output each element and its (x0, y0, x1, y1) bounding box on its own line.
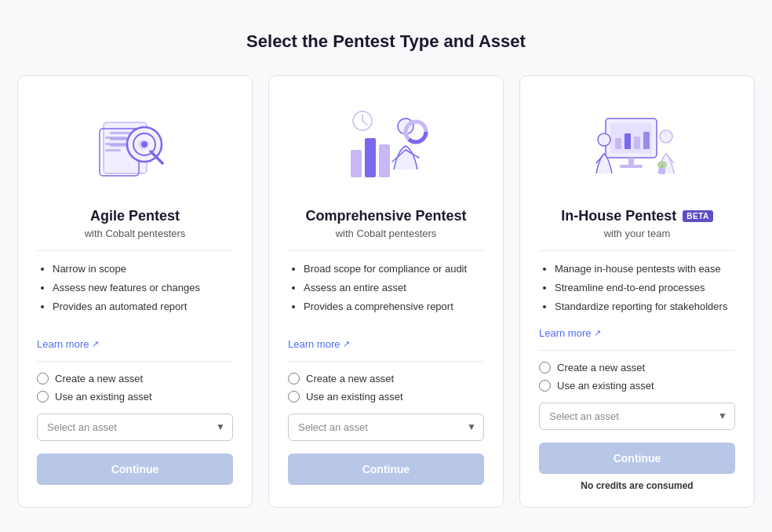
agile-radio-new-input[interactable] (37, 373, 49, 384)
agile-select-wrapper: Select an asset ▼ (37, 414, 233, 441)
comprehensive-subtitle: with Cobalt pentesters (288, 228, 484, 239)
svg-rect-28 (628, 158, 634, 166)
inhouse-radio-existing[interactable]: Use an existing asset (539, 380, 735, 392)
agile-features: Narrow in scope Assess new features or c… (37, 262, 233, 330)
svg-rect-12 (365, 138, 376, 177)
inhouse-title: In-House Pentest (561, 208, 676, 224)
svg-rect-13 (379, 144, 390, 177)
svg-line-21 (362, 121, 367, 125)
svg-rect-5 (105, 137, 127, 139)
svg-rect-11 (351, 150, 362, 177)
agile-subtitle: with Cobalt pentesters (37, 228, 233, 239)
agile-feature-1: Narrow in scope (53, 262, 233, 276)
inhouse-features: Manage in-house pentests with ease Strea… (539, 262, 735, 319)
no-credits-label: No credits are consumed (539, 480, 735, 491)
comprehensive-feature-2: Assess an entire asset (304, 281, 484, 295)
cards-container: Agile Pentest with Cobalt pentesters Nar… (17, 75, 755, 508)
agile-asset-select[interactable]: Select an asset (37, 414, 233, 441)
inhouse-divider2 (539, 350, 735, 351)
inhouse-subtitle: with your team (539, 228, 735, 239)
agile-title-row: Agile Pentest (37, 208, 233, 224)
agile-illustration (37, 95, 233, 197)
svg-rect-29 (620, 165, 643, 168)
agile-divider1 (37, 250, 233, 251)
svg-rect-25 (625, 133, 631, 149)
comprehensive-radio-new-input[interactable] (288, 373, 300, 384)
card-comprehensive: Comprehensive Pentest with Cobalt pentes… (268, 75, 504, 508)
inhouse-radio-group: Create a new asset Use an existing asset (539, 362, 735, 392)
svg-point-32 (660, 130, 672, 143)
inhouse-feature-1: Manage in-house pentests with ease (555, 262, 735, 276)
comprehensive-feature-1: Broad scope for compliance or audit (304, 262, 484, 276)
inhouse-radio-existing-input[interactable] (539, 380, 551, 392)
inhouse-feature-3: Standardize reporting for stakeholders (555, 300, 735, 314)
inhouse-asset-select[interactable]: Select an asset (539, 403, 735, 430)
comprehensive-radio-new[interactable]: Create a new asset (288, 373, 484, 384)
svg-rect-26 (634, 137, 640, 149)
agile-radio-existing[interactable]: Use an existing asset (37, 391, 233, 403)
agile-feature-3: Provides an automated report (53, 300, 233, 314)
svg-point-30 (598, 133, 610, 146)
comprehensive-divider2 (288, 361, 484, 362)
comprehensive-asset-select[interactable]: Select an asset (288, 414, 484, 441)
comprehensive-divider1 (288, 250, 484, 251)
svg-point-10 (141, 141, 147, 148)
inhouse-radio-new[interactable]: Create a new asset (539, 362, 735, 373)
inhouse-continue-button[interactable]: Continue (539, 443, 735, 474)
comprehensive-illustration (288, 95, 484, 197)
svg-rect-7 (105, 149, 121, 151)
inhouse-select-wrapper: Select an asset ▼ (539, 403, 735, 430)
external-link-icon: ↗ (343, 339, 350, 349)
agile-divider2 (37, 361, 233, 362)
external-link-icon: ↗ (594, 328, 601, 338)
comprehensive-learn-more[interactable]: Learn more ↗ (288, 338, 484, 350)
inhouse-title-row: In-House Pentest BETA (539, 208, 735, 224)
external-link-icon: ↗ (92, 339, 99, 349)
svg-rect-27 (643, 132, 650, 149)
beta-badge: BETA (683, 210, 712, 222)
comprehensive-continue-button[interactable]: Continue (288, 454, 484, 485)
comprehensive-title-row: Comprehensive Pentest (288, 208, 484, 224)
comprehensive-select-wrapper: Select an asset ▼ (288, 414, 484, 441)
agile-feature-2: Assess new features or changes (53, 281, 233, 295)
page-title: Select the Pentest Type and Asset (246, 31, 526, 52)
comprehensive-radio-existing[interactable]: Use an existing asset (288, 391, 484, 403)
inhouse-radio-new-input[interactable] (539, 362, 551, 373)
comprehensive-features: Broad scope for compliance or audit Asse… (288, 262, 484, 330)
agile-radio-new[interactable]: Create a new asset (37, 373, 233, 384)
inhouse-feature-2: Streamline end-to-end processes (555, 281, 735, 295)
svg-rect-34 (659, 168, 665, 174)
agile-learn-more[interactable]: Learn more ↗ (37, 338, 233, 350)
inhouse-learn-more[interactable]: Learn more ↗ (539, 327, 735, 339)
agile-continue-button[interactable]: Continue (37, 454, 233, 485)
comprehensive-title: Comprehensive Pentest (305, 208, 466, 224)
comprehensive-radio-existing-input[interactable] (288, 391, 300, 403)
comprehensive-radio-group: Create a new asset Use an existing asset (288, 373, 484, 403)
svg-rect-24 (615, 138, 621, 149)
card-agile: Agile Pentest with Cobalt pentesters Nar… (17, 75, 253, 508)
comprehensive-feature-3: Provides a comprehensive report (304, 300, 484, 314)
inhouse-illustration (539, 95, 735, 197)
agile-title: Agile Pentest (90, 208, 180, 224)
agile-radio-group: Create a new asset Use an existing asset (37, 373, 233, 403)
inhouse-divider1 (539, 250, 735, 251)
agile-radio-existing-input[interactable] (37, 391, 49, 403)
card-inhouse: In-House Pentest BETA with your team Man… (519, 75, 755, 508)
